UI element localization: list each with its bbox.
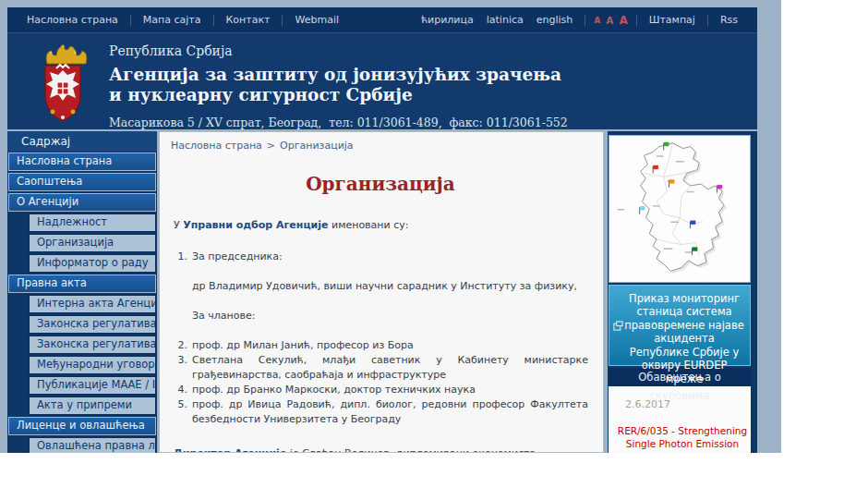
breadcrumb: Насловна страна>Организација xyxy=(171,140,590,152)
font-size-control-2[interactable]: А xyxy=(606,15,613,26)
browser-page-background: Насловна странаМапа сајтаКонтактWebmail … xyxy=(0,0,781,453)
list-line: За чланове: xyxy=(192,309,588,323)
sidebar-item-2[interactable]: Саопштења xyxy=(8,173,156,191)
left-sidebar-menu: Садржај Насловна странаСаопштењаО Агенци… xyxy=(7,131,157,453)
serbia-coat-of-arms-icon xyxy=(33,43,92,125)
sidebar-item-8[interactable]: Интерна акта Агенције xyxy=(29,295,156,313)
sidebar-item-3[interactable]: О Агенцији xyxy=(8,193,156,212)
rss-link[interactable]: Rss xyxy=(720,14,738,26)
list-item-text: Светлана Секулић, млађи саветник у Кабин… xyxy=(192,353,590,383)
sidebar-item-6[interactable]: Информатор о раду xyxy=(29,254,156,273)
sidebar-item-4[interactable]: Надлежност xyxy=(29,214,156,232)
separator xyxy=(636,15,637,26)
separator xyxy=(213,15,214,26)
list-item: 2.проф. др Милан Јанић, професор из Бора xyxy=(171,338,590,353)
agency-name: Агенција за заштиту од јонизујућих зраче… xyxy=(109,65,568,105)
sidebar-item-9[interactable]: Законска регулатива xyxy=(29,315,156,334)
content-row: Садржај Насловна странаСаопштењаО Агенци… xyxy=(7,131,757,453)
list-number: 4. xyxy=(171,383,192,397)
sidebar-item-1[interactable]: Насловна страна xyxy=(8,152,156,171)
language-link-1[interactable]: ћирилица xyxy=(421,14,474,26)
intro-prefix: У xyxy=(174,219,183,231)
list-item: 3.Светлана Секулић, млађи саветник у Каб… xyxy=(171,353,590,383)
font-size-control-3[interactable]: А xyxy=(619,14,627,27)
site-header: Република Србија Агенција за заштиту од … xyxy=(7,32,757,129)
eurdep-monitoring-label: Приказ мониторинг станица система правов… xyxy=(624,292,744,385)
breadcrumb-home-link[interactable]: Насловна страна xyxy=(171,140,262,152)
topbar-link-1[interactable]: Насловна страна xyxy=(27,14,118,26)
sidebar-item-12[interactable]: Публикације МААЕ / IAEA xyxy=(29,376,156,395)
list-number: 5. xyxy=(171,397,192,427)
header-text-block: Република Србија Агенција за заштиту од … xyxy=(109,42,568,129)
board-name: Управни одбор Агенције xyxy=(183,219,328,231)
map-pin-5 xyxy=(640,206,645,214)
intro-paragraph: У Управни одбор Агенције именовани су: xyxy=(174,218,590,233)
director-text: је Слађан Велинов, дипломирани економист… xyxy=(286,447,538,453)
font-size-control-1[interactable]: А xyxy=(594,16,600,25)
list-line: проф. др Ивица Радовић, дипл. биолог, ре… xyxy=(192,397,588,427)
print-button[interactable]: Штампај xyxy=(649,14,695,26)
board-members-list: 1.За председника:др Владимир Удовичић, в… xyxy=(171,250,590,427)
topbar-right-nav: ћирилицаlatinicaenglishАААШтампајRss xyxy=(415,14,744,27)
list-number: 1. xyxy=(171,250,192,338)
list-line: Светлана Секулић, млађи саветник у Кабин… xyxy=(192,353,588,383)
language-link-2[interactable]: latinica xyxy=(487,14,524,26)
sidebar-item-11[interactable]: Међународни уговори xyxy=(29,356,156,374)
sidebar-item-15[interactable]: Овлашћена правна лица xyxy=(29,437,156,453)
list-number: 2. xyxy=(171,338,192,353)
list-item-text: проф. др Бранко Маркоски, доктор техничк… xyxy=(192,383,590,397)
list-line: др Владимир Удовичић, виши научни сарадн… xyxy=(192,279,588,294)
separator xyxy=(282,15,283,26)
sidebar-item-5[interactable]: Организација xyxy=(29,234,156,252)
list-line: За председника: xyxy=(192,250,588,264)
director-paragraph: Директор Агенције је Слађан Велинов, дип… xyxy=(174,446,590,453)
sidebar-item-13[interactable]: Акта у припреми xyxy=(29,396,156,415)
intro-suffix: именовани су: xyxy=(328,219,408,231)
page-title: Организација xyxy=(171,173,590,195)
list-item-text: проф. др Милан Јанић, професор из Бора xyxy=(192,338,590,353)
separator xyxy=(585,15,585,26)
eurdep-monitoring-link[interactable]: Приказ мониторинг станица система правов… xyxy=(609,285,751,366)
topbar-link-4[interactable]: Webmail xyxy=(295,14,339,26)
topbar-link-3[interactable]: Контакт xyxy=(226,14,271,26)
external-link-icon xyxy=(613,321,623,331)
sidebar-items: Насловна странаСаопштењаО АгенцијиНадлеж… xyxy=(7,152,157,453)
agency-name-line2: и нуклеарну сигурност Србије xyxy=(109,85,568,105)
country-name: Република Србија xyxy=(109,43,568,58)
serbia-monitoring-map-icon xyxy=(610,138,749,280)
list-line: проф. др Бранко Маркоски, доктор техничк… xyxy=(192,383,588,397)
list-number: 3. xyxy=(171,353,192,383)
agency-name-line1: Агенција за заштиту од јонизујућих зраче… xyxy=(109,65,568,85)
list-item: 1.За председника:др Владимир Удовичић, в… xyxy=(171,250,590,338)
director-label: Директор Агенције xyxy=(174,447,286,453)
site-container: Насловна странаМапа сајтаКонтактWebmail … xyxy=(7,7,757,453)
separator xyxy=(130,15,131,26)
list-item: 4.проф. др Бранко Маркоски, доктор техни… xyxy=(171,383,590,397)
topbar-left-nav: Насловна странаМапа сајтаКонтактWebmail xyxy=(20,14,345,26)
list-line: проф. др Милан Јанић, професор из Бора xyxy=(192,338,588,353)
agency-address: Масарикова 5 / XV спрат, Београд, тел: 0… xyxy=(109,116,568,129)
breadcrumb-current: Организација xyxy=(280,140,354,152)
event-link[interactable]: RER/6/035 - Strengthening Single Photon … xyxy=(612,424,751,453)
sidebar-item-7[interactable]: Правна акта xyxy=(8,274,156,293)
topbar-link-2[interactable]: Мапа сајта xyxy=(143,14,201,26)
language-link-3[interactable]: english xyxy=(536,14,573,26)
list-item-text: проф. др Ивица Радовић, дипл. биолог, ре… xyxy=(192,397,590,427)
list-item: 5.проф. др Ивица Радовић, дипл. биолог, … xyxy=(171,397,590,427)
sidebar-item-10[interactable]: Законска регулатива ЕУ xyxy=(29,336,156,354)
sidebar-title: Садржај xyxy=(7,131,157,152)
sidebar-item-14[interactable]: Лиценце и овлашћења xyxy=(8,417,156,435)
breadcrumb-separator: > xyxy=(267,140,275,152)
top-utility-bar: Насловна странаМапа сајтаКонтактWebmail … xyxy=(7,7,757,32)
main-content: Насловна страна>Организација Организациј… xyxy=(159,131,604,453)
list-item-text: За председника:др Владимир Удовичић, виш… xyxy=(192,250,590,338)
monitoring-map-link[interactable] xyxy=(609,135,751,283)
right-sidebar: Приказ мониторинг станица система правов… xyxy=(608,131,757,453)
separator xyxy=(707,15,708,26)
